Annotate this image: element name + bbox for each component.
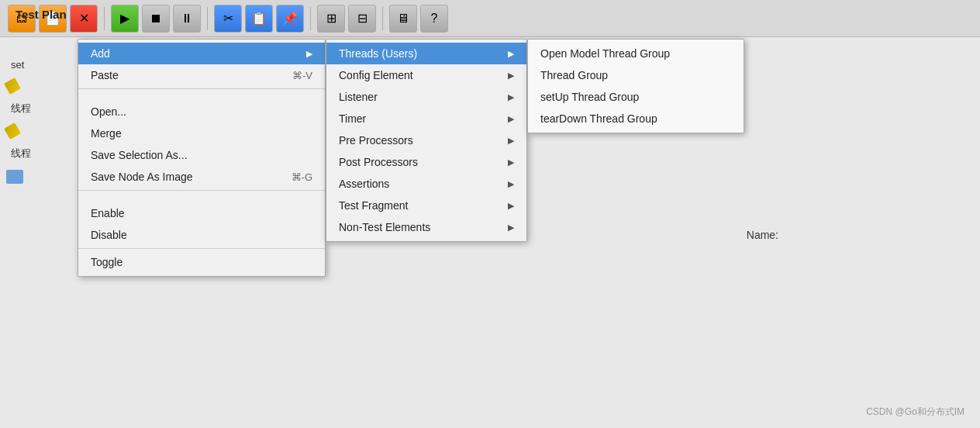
sidebar-item-6[interactable] bbox=[0, 165, 70, 188]
menu-item-non-test-arrow: ▶ bbox=[508, 223, 514, 233]
menu-item-pre-processors-label: Pre Processors bbox=[339, 134, 413, 147]
menu-item-add-label: Add bbox=[91, 47, 110, 60]
sidebar-item-4[interactable] bbox=[0, 120, 70, 142]
context-menu-level3: Open Model Thread Group Thread Group set… bbox=[527, 39, 744, 133]
toolbar-btn-help[interactable]: ? bbox=[420, 5, 448, 33]
menu-item-test-fragment-label: Test Fragment bbox=[339, 199, 408, 212]
toolbar-btn-paste[interactable]: 📌 bbox=[276, 5, 304, 33]
menu-item-paste-shortcut: ⌘-V bbox=[292, 70, 312, 81]
menu-sep-1 bbox=[78, 88, 325, 89]
menu-item-paste[interactable]: Paste ⌘-V bbox=[78, 64, 325, 86]
toolbar-btn-collapse[interactable]: ⊟ bbox=[348, 5, 376, 33]
toolbar-btn-remote[interactable]: 🖥 bbox=[389, 5, 417, 33]
toolbar-sep-4 bbox=[382, 7, 383, 30]
toolbar-btn-copy[interactable]: 📋 bbox=[245, 5, 273, 33]
menu-item-save-node[interactable]: Save Selection As... bbox=[78, 144, 325, 166]
menu-item-assertions-label: Assertions bbox=[339, 178, 389, 190]
name-field-label: Name: bbox=[747, 229, 778, 241]
folder-icon-1 bbox=[6, 170, 23, 184]
menu-item-listener-label: Listener bbox=[339, 91, 378, 103]
toolbar-btn-pause[interactable]: ⏸ bbox=[173, 5, 201, 33]
menu-item-assertions[interactable]: Assertions ▶ bbox=[326, 173, 526, 195]
menu-item-open-model-label: Open Model Thread Group bbox=[540, 47, 670, 60]
toolbar-btn-3[interactable]: ✕ bbox=[70, 5, 98, 33]
menu-sep-2 bbox=[78, 190, 325, 191]
menu-item-save-screen-shortcut: ⌘-G bbox=[292, 171, 312, 183]
menu-item-post-processors-arrow: ▶ bbox=[508, 157, 514, 167]
menu-item-merge-label: Open... bbox=[91, 105, 126, 118]
toolbar-btn-play[interactable]: ▶ bbox=[111, 5, 139, 33]
menu-item-save-screen-label: Save Node As Image bbox=[91, 171, 193, 183]
menu-item-thread-group[interactable]: Thread Group bbox=[528, 64, 744, 86]
menu-item-open[interactable] bbox=[78, 91, 325, 101]
menu-item-help[interactable]: Toggle bbox=[78, 251, 325, 273]
sidebar-label-3: 线程 bbox=[11, 147, 31, 160]
menu-item-disable-label: Enable bbox=[91, 207, 125, 219]
toolbar-btn-cut[interactable]: ✂ bbox=[214, 5, 242, 33]
menu-item-add-arrow: ▶ bbox=[306, 49, 312, 59]
menu-item-non-test[interactable]: Non-Test Elements ▶ bbox=[326, 216, 526, 238]
sidebar-item-1[interactable]: set bbox=[0, 54, 70, 75]
menu-sep-3 bbox=[78, 248, 325, 249]
menu-item-setup-thread-label: setUp Thread Group bbox=[540, 91, 639, 103]
menu-item-enable bbox=[78, 193, 325, 202]
context-menu-level1: Add ▶ Paste ⌘-V Open... Merge Save Selec… bbox=[78, 39, 326, 277]
sidebar-item-5[interactable]: 线程 bbox=[0, 142, 70, 165]
menu-item-pre-processors[interactable]: Pre Processors ▶ bbox=[326, 129, 526, 151]
menu-item-test-fragment-arrow: ▶ bbox=[508, 201, 514, 211]
menu-item-listener-arrow: ▶ bbox=[508, 92, 514, 102]
toolbar-btn-stop[interactable]: ⏹ bbox=[142, 5, 170, 33]
sidebar-label-2: 线程 bbox=[11, 102, 31, 116]
sidebar-label-1: set bbox=[11, 59, 24, 71]
menu-item-config[interactable]: Config Element ▶ bbox=[326, 64, 526, 86]
toolbar-sep-1 bbox=[104, 7, 105, 30]
menu-item-thread-group-label: Thread Group bbox=[540, 69, 608, 81]
menu-item-listener[interactable]: Listener ▶ bbox=[326, 86, 526, 108]
sidebar: set 线程 线程 bbox=[0, 39, 70, 349]
menu-item-teardown-thread-label: tearDown Thread Group bbox=[540, 112, 657, 125]
watermark: CSDN @Go和分布式IM bbox=[866, 406, 964, 419]
toolbar-sep-3 bbox=[310, 7, 311, 30]
menu-item-toggle-label: Disable bbox=[91, 229, 127, 241]
menu-item-post-processors[interactable]: Post Processors ▶ bbox=[326, 151, 526, 173]
context-menu-level2: Threads (Users) ▶ Config Element ▶ Liste… bbox=[326, 39, 527, 242]
menu-item-assertions-arrow: ▶ bbox=[508, 179, 514, 189]
menu-item-timer[interactable]: Timer ▶ bbox=[326, 108, 526, 129]
menu-item-save-selection[interactable]: Merge bbox=[78, 123, 325, 144]
pencil-icon-1 bbox=[4, 78, 21, 95]
menu-item-threads[interactable]: Threads (Users) ▶ bbox=[326, 43, 526, 64]
menu-item-pre-processors-arrow: ▶ bbox=[508, 136, 514, 146]
menu-item-test-fragment[interactable]: Test Fragment ▶ bbox=[326, 195, 526, 216]
pencil-icon-2 bbox=[4, 123, 21, 140]
menu-item-save-node-label: Save Selection As... bbox=[91, 149, 188, 161]
toolbar-sep-2 bbox=[207, 7, 208, 30]
menu-item-help-label: Toggle bbox=[91, 256, 122, 268]
menu-item-timer-arrow: ▶ bbox=[508, 114, 514, 124]
menu-item-config-label: Config Element bbox=[339, 69, 413, 81]
menu-item-setup-thread[interactable]: setUp Thread Group bbox=[528, 86, 744, 108]
menu-item-merge[interactable]: Open... bbox=[78, 101, 325, 123]
menu-item-paste-label: Paste bbox=[91, 69, 119, 81]
app-title: Test Plan bbox=[16, 8, 67, 21]
sidebar-item-3[interactable]: 线程 bbox=[0, 97, 70, 120]
toolbar-btn-expand[interactable]: ⊞ bbox=[317, 5, 345, 33]
menu-item-timer-label: Timer bbox=[339, 112, 366, 125]
menu-item-config-arrow: ▶ bbox=[508, 71, 514, 81]
menu-item-post-processors-label: Post Processors bbox=[339, 156, 418, 168]
menu-item-open-model[interactable]: Open Model Thread Group bbox=[528, 43, 744, 64]
menu-item-teardown-thread[interactable]: tearDown Thread Group bbox=[528, 108, 744, 129]
menu-item-non-test-label: Non-Test Elements bbox=[339, 221, 430, 233]
menu-item-save-selection-label: Merge bbox=[91, 127, 122, 140]
menu-item-add[interactable]: Add ▶ bbox=[78, 43, 325, 64]
menu-item-save-screen[interactable]: Save Node As Image ⌘-G bbox=[78, 166, 325, 188]
menu-item-toggle[interactable]: Disable bbox=[78, 224, 325, 246]
toolbar: 🗂 📄 ✕ ▶ ⏹ ⏸ ✂ 📋 📌 ⊞ ⊟ 🖥 ? bbox=[0, 0, 980, 37]
menu-item-threads-arrow: ▶ bbox=[508, 49, 514, 59]
menu-item-disable[interactable]: Enable bbox=[78, 202, 325, 224]
sidebar-item-2[interactable] bbox=[0, 75, 70, 97]
menu-item-threads-label: Threads (Users) bbox=[339, 47, 417, 60]
